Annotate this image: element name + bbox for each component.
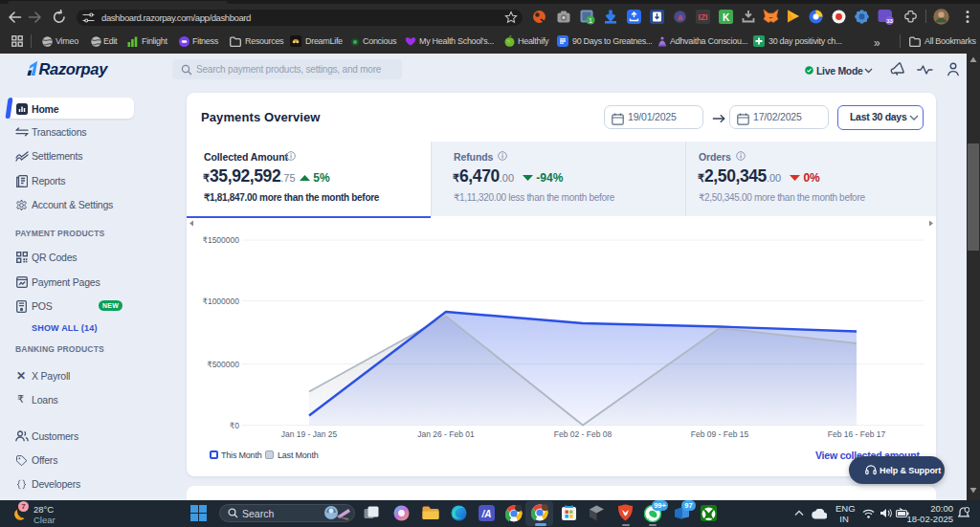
- svg-text:1: 1: [589, 17, 592, 24]
- svg-text:a: a: [678, 12, 682, 22]
- svg-text:IZI: IZI: [699, 12, 708, 22]
- svg-text:Razorpay: Razorpay: [39, 60, 109, 77]
- svg-text:Feb 02 - Feb 08: Feb 02 - Feb 08: [554, 429, 612, 439]
- svg-text:₹500000: ₹500000: [207, 360, 239, 369]
- svg-text:Jan 26 - Feb 01: Jan 26 - Feb 01: [417, 429, 475, 439]
- svg-text:₹0: ₹0: [230, 421, 239, 430]
- svg-text:Feb 09 - Feb 15: Feb 09 - Feb 15: [691, 429, 749, 439]
- svg-text:K: K: [723, 12, 730, 23]
- svg-text:₹1000000: ₹1000000: [203, 296, 240, 306]
- svg-text:/A: /A: [481, 509, 492, 519]
- svg-text:Feb 16 - Feb 17: Feb 16 - Feb 17: [828, 429, 886, 439]
- svg-text:33: 33: [886, 18, 893, 24]
- svg-text:₹1500000: ₹1500000: [203, 235, 240, 245]
- svg-text:Jan 19 - Jan 25: Jan 19 - Jan 25: [281, 429, 338, 439]
